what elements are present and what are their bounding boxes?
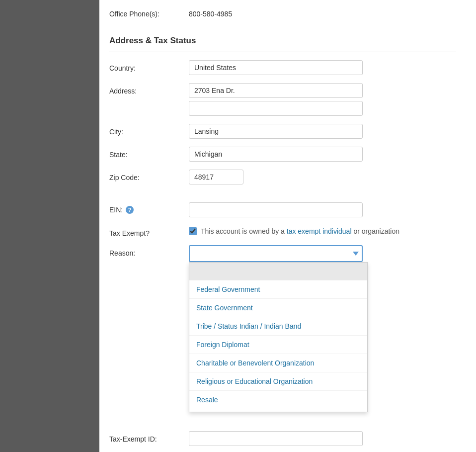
dropdown-item-charitable-text: Charitable or Benevolent Organization xyxy=(196,359,314,367)
dropdown-item-tribe[interactable]: Tribe / Status Indian / Indian Band xyxy=(189,317,367,336)
zip-input[interactable] xyxy=(189,170,243,184)
dropdown-item-empty[interactable] xyxy=(189,263,367,280)
dropdown-item-federal[interactable]: Federal Government xyxy=(189,280,367,299)
country-label: Country: xyxy=(109,60,189,72)
sidebar-bottom xyxy=(0,192,99,452)
dropdown-item-diplomat-text: Foreign Diplomat xyxy=(196,341,249,349)
address-row: Address: xyxy=(109,83,456,116)
dropdown-item-tribe-text: Tribe / Status Indian / Indian Band xyxy=(196,322,301,330)
main-bottom: EIN: ? Tax Exempt? This account is owned… xyxy=(99,192,476,452)
office-phone-label: Office Phone(s): xyxy=(109,10,189,18)
zip-label: Zip Code: xyxy=(109,170,189,181)
dropdown-item-religious[interactable]: Religious or Educational Organization xyxy=(189,372,367,391)
tax-id-row: Tax-Exempt ID: xyxy=(109,431,456,446)
tax-exempt-row: Tax Exempt? This account is owned by a t… xyxy=(109,225,456,237)
dropdown-open-list: Federal Government State Government Trib… xyxy=(189,262,368,412)
dropdown-item-religious-text: Religious or Educational Organization xyxy=(196,377,313,385)
ein-input[interactable] xyxy=(189,202,363,217)
office-phone-value: 800-580-4985 xyxy=(189,10,232,18)
dropdown-scroll: Federal Government State Government Trib… xyxy=(189,263,367,412)
dropdown-item-resale[interactable]: Resale xyxy=(189,391,367,409)
sidebar xyxy=(0,0,99,192)
reason-dropdown-container: Federal Government State Government Trib… xyxy=(189,245,363,262)
city-input[interactable] xyxy=(189,124,363,139)
tax-exempt-checkbox[interactable] xyxy=(189,227,197,235)
tax-id-label: Tax-Exempt ID: xyxy=(109,431,189,443)
reason-label: Reason: xyxy=(109,245,189,257)
tax-exempt-label: Tax Exempt? xyxy=(109,225,189,237)
tax-id-input[interactable] xyxy=(189,431,363,446)
ein-label-text: EIN: xyxy=(109,206,123,214)
ein-row: EIN: ? xyxy=(109,202,456,217)
ein-help-icon[interactable]: ? xyxy=(126,206,134,214)
dropdown-item-state[interactable]: State Government xyxy=(189,299,367,317)
tax-exempt-link: tax exempt individual xyxy=(287,227,352,235)
zip-row: Zip Code: xyxy=(109,170,456,184)
dropdown-item-resale-text: Resale xyxy=(196,396,218,404)
country-row: Country: xyxy=(109,60,456,75)
state-label: State: xyxy=(109,147,189,159)
dropdown-item-federal-text: Federal Government xyxy=(196,285,260,293)
tax-exempt-checkbox-label[interactable]: This account is owned by a tax exempt in… xyxy=(189,227,399,235)
dropdown-item-diplomat[interactable]: Foreign Diplomat xyxy=(189,336,367,354)
bottom-layout: EIN: ? Tax Exempt? This account is owned… xyxy=(0,192,476,452)
tax-exempt-description: This account is owned by a tax exempt in… xyxy=(201,227,399,235)
section-title: Address & Tax Status xyxy=(109,28,456,52)
office-phone-row: Office Phone(s): 800-580-4985 xyxy=(109,5,456,28)
state-input[interactable] xyxy=(189,147,363,162)
reason-select[interactable]: Federal Government State Government Trib… xyxy=(189,245,363,262)
address-line2-input[interactable] xyxy=(189,101,363,116)
top-layout: Office Phone(s): 800-580-4985 Address & … xyxy=(0,0,476,192)
address-label: Address: xyxy=(109,83,189,95)
ein-label-group: EIN: ? xyxy=(109,206,189,214)
main-top: Office Phone(s): 800-580-4985 Address & … xyxy=(99,0,476,192)
city-label: City: xyxy=(109,124,189,136)
dropdown-item-charitable[interactable]: Charitable or Benevolent Organization xyxy=(189,354,367,372)
country-input[interactable] xyxy=(189,60,363,75)
dropdown-item-commercial[interactable]: Commercial Agricultural Production xyxy=(189,409,367,412)
city-row: City: xyxy=(109,124,456,139)
dropdown-item-state-text: State Government xyxy=(196,304,253,312)
state-row: State: xyxy=(109,147,456,162)
reason-row: Reason: Federal Government State Governm… xyxy=(109,245,456,262)
page-wrapper: Office Phone(s): 800-580-4985 Address & … xyxy=(0,0,476,452)
address-fields xyxy=(189,83,363,116)
address-line1-input[interactable] xyxy=(189,83,363,98)
